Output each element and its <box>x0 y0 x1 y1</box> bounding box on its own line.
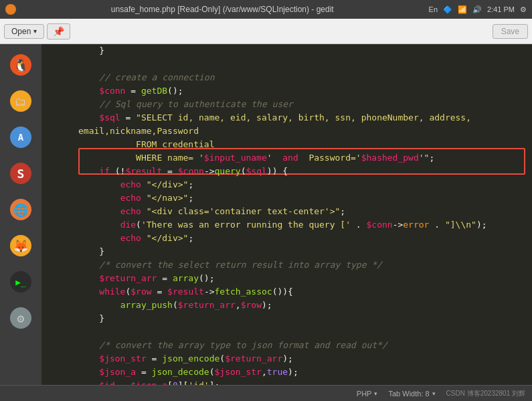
window-title: unsafe_home.php [Read-Only] (/var/www/SQ… <box>16 5 429 14</box>
open-label: Open <box>11 27 31 36</box>
php-indicator[interactable]: PHP ▾ <box>357 390 378 398</box>
statusbar: PHP ▾ Tab Width: 8 ▾ CSDN 博客20232801 刘辉 <box>0 385 532 401</box>
watermark: CSDN 博客20232801 刘辉 <box>446 389 525 398</box>
tab-chevron: ▾ <box>432 390 436 397</box>
files-icon: 🗂 <box>10 90 31 112</box>
titlebar: unsafe_home.php [Read-Only] (/var/www/SQ… <box>0 0 532 19</box>
tab-width-indicator[interactable]: Tab Width: 8 ▾ <box>388 390 435 398</box>
tab-label: Tab Width: 8 <box>388 390 429 398</box>
input-indicator: En <box>429 5 438 13</box>
php-chevron: ▾ <box>374 390 377 397</box>
sidebar-item-s-app[interactable]: S <box>4 157 37 190</box>
browser-icon: 🌐 <box>10 199 31 220</box>
settings-icon: ⚙ <box>520 5 527 14</box>
bluetooth-icon: 🔷 <box>443 5 452 14</box>
app-icon <box>5 4 16 15</box>
sidebar-item-firefox[interactable]: 🦊 <box>4 229 37 262</box>
s-app-icon: S <box>10 163 31 184</box>
sidebar-item-terminal[interactable]: ▶_ <box>4 265 37 299</box>
wifi-icon: 📶 <box>458 5 467 14</box>
sidebar-item-text-editor[interactable]: A <box>4 121 37 154</box>
volume-icon: 🔊 <box>472 5 482 14</box>
sidebar-item-ubuntu[interactable]: 🐧 <box>4 48 37 82</box>
titlebar-controls: En 🔷 📶 🔊 2:41 PM ⚙ <box>429 5 527 14</box>
open-chevron: ▾ <box>33 27 37 35</box>
code-container: } // create a connection $conn = getDB()… <box>41 44 532 385</box>
toolbar: Open ▾ 📌 Save <box>0 19 532 44</box>
titlebar-left <box>5 4 16 15</box>
sidebar-item-settings[interactable]: ⚙ <box>4 301 37 335</box>
save-button[interactable]: Save <box>493 24 528 39</box>
php-label: PHP <box>357 390 372 398</box>
ubuntu-icon: 🐧 <box>10 54 31 76</box>
firefox-icon: 🦊 <box>10 235 31 256</box>
editor-area[interactable]: } // create a connection $conn = getDB()… <box>41 44 532 385</box>
settings-icon: ⚙ <box>10 307 31 329</box>
sidebar-item-browser[interactable]: 🌐 <box>4 193 37 226</box>
text-editor-icon: A <box>10 127 31 148</box>
main-layout: 🐧 🗂 A S 🌐 🦊 ▶_ ⚙ } // create a con <box>0 44 532 385</box>
sidebar-item-files[interactable]: 🗂 <box>4 84 37 118</box>
open-button[interactable]: Open ▾ <box>4 24 44 39</box>
sidebar: 🐧 🗂 A S 🌐 🦊 ▶_ ⚙ <box>0 44 41 385</box>
pin-button[interactable]: 📌 <box>47 23 70 39</box>
clock: 2:41 PM <box>487 5 515 13</box>
terminal-icon: ▶_ <box>10 271 31 293</box>
code-lines: } // create a connection $conn = getDB()… <box>78 44 532 385</box>
